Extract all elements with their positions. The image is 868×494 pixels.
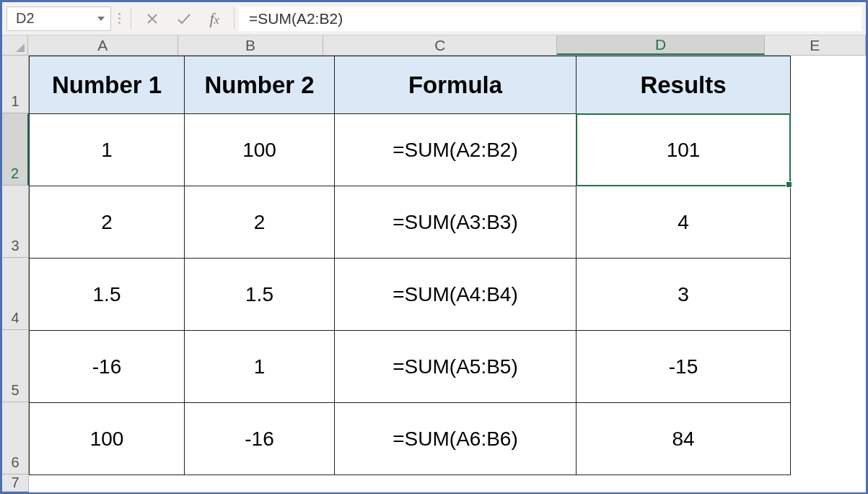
name-box[interactable]: D2 — [6, 6, 111, 31]
cell-C4[interactable]: =SUM(A4:B4) — [335, 259, 577, 331]
formula-input[interactable]: =SUM(A2:B2) — [239, 6, 862, 31]
table-row: 1 100 =SUM(A2:B2) 101 — [30, 114, 791, 186]
cell-B6[interactable]: -16 — [185, 403, 335, 475]
row-headers: 1 2 3 4 5 6 7 — [2, 56, 29, 492]
chevron-down-icon[interactable] — [97, 17, 105, 21]
close-icon — [146, 12, 159, 25]
separator — [234, 8, 234, 30]
cell-C2[interactable]: =SUM(A2:B2) — [335, 114, 577, 186]
header-formula[interactable]: Formula — [335, 56, 577, 114]
cell-B3[interactable]: 2 — [185, 186, 335, 259]
cell-A2[interactable]: 1 — [30, 114, 185, 186]
cell-C3[interactable]: =SUM(A3:B3) — [335, 186, 577, 259]
cell-A3[interactable]: 2 — [30, 186, 185, 259]
name-box-value: D2 — [16, 10, 35, 27]
column-header-C[interactable]: C — [323, 35, 557, 55]
column-header-A[interactable]: A — [28, 35, 178, 55]
cell-D5[interactable]: -15 — [577, 331, 791, 403]
cell-B4[interactable]: 1.5 — [185, 259, 335, 331]
enter-button[interactable] — [170, 6, 198, 31]
header-number2[interactable]: Number 2 — [185, 56, 335, 114]
row-header-5[interactable]: 5 — [2, 330, 29, 402]
row-header-3[interactable]: 3 — [2, 186, 29, 258]
row-header-7[interactable]: 7 — [2, 474, 29, 492]
insert-function-button[interactable]: fx — [202, 6, 229, 31]
row-header-1[interactable]: 1 — [2, 56, 29, 113]
table-row: 2 2 =SUM(A3:B3) 4 — [30, 186, 791, 259]
header-number1[interactable]: Number 1 — [30, 56, 185, 114]
table-header-row: Number 1 Number 2 Formula Results — [30, 56, 791, 114]
cells-area[interactable]: Number 1 Number 2 Formula Results 1 100 … — [29, 56, 866, 492]
cell-A6[interactable]: 100 — [30, 403, 185, 475]
data-table: Number 1 Number 2 Formula Results 1 100 … — [29, 56, 791, 475]
fx-icon: fx — [208, 9, 223, 28]
table-row: 100 -16 =SUM(A6:B6) 84 — [30, 403, 791, 475]
column-headers: A B C D E — [2, 35, 866, 56]
column-header-E[interactable]: E — [765, 35, 866, 55]
header-results[interactable]: Results — [577, 56, 791, 114]
table-row: -16 1 =SUM(A5:B5) -15 — [30, 331, 791, 403]
gridline — [29, 492, 866, 493]
cell-D4[interactable]: 3 — [577, 259, 791, 331]
row-header-6[interactable]: 6 — [2, 402, 29, 474]
formula-text: =SUM(A2:B2) — [249, 10, 343, 27]
cell-C6[interactable]: =SUM(A6:B6) — [335, 403, 577, 475]
cell-B2[interactable]: 100 — [185, 114, 335, 186]
formula-bar: D2 fx =SUM(A2:B2) — [2, 2, 866, 35]
row-header-2[interactable]: 2 — [2, 113, 29, 186]
drag-handle-icon[interactable] — [115, 13, 123, 24]
cell-A4[interactable]: 1.5 — [30, 259, 185, 331]
cell-B5[interactable]: 1 — [185, 331, 335, 403]
spreadsheet-grid: A B C D E 1 2 3 4 5 6 7 — [2, 35, 866, 492]
app-window: D2 fx =SUM(A2:B2) A — [0, 0, 868, 494]
separator — [131, 8, 131, 30]
cell-A5[interactable]: -16 — [30, 331, 185, 403]
cancel-button[interactable] — [139, 6, 166, 31]
check-icon — [176, 12, 192, 25]
cell-D6[interactable]: 84 — [577, 403, 791, 475]
select-all-button[interactable] — [2, 35, 28, 55]
cell-D3[interactable]: 4 — [577, 186, 791, 259]
column-header-B[interactable]: B — [178, 35, 323, 55]
table-row: 1.5 1.5 =SUM(A4:B4) 3 — [30, 259, 791, 331]
cell-D2[interactable]: 101 — [577, 114, 791, 186]
cell-C5[interactable]: =SUM(A5:B5) — [335, 331, 577, 403]
column-header-D[interactable]: D — [557, 35, 764, 55]
row-header-4[interactable]: 4 — [2, 258, 29, 330]
